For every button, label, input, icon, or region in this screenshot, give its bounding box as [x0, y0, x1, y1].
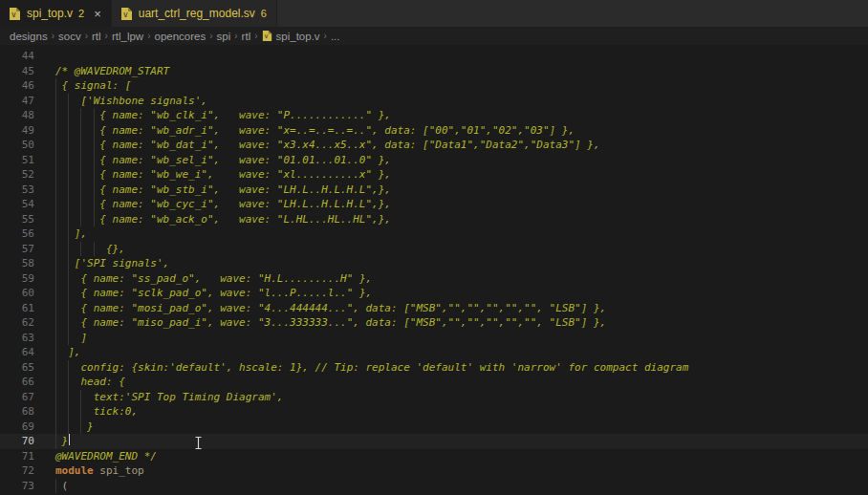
code-line[interactable]: 66head: { [0, 375, 868, 390]
code-token: { name: "wb_adr_i", wave: "x=..=..=..=..… [99, 123, 575, 139]
code-line[interactable]: 71@WAVEDROM_END */ [0, 449, 868, 464]
line-number[interactable]: 66 [0, 375, 34, 390]
code-line[interactable]: 51{ name: "wb_sel_i", wave: "01.01...01.… [0, 153, 868, 168]
code-text: { name: "mosi_pad_o", wave: "4...444444.… [34, 301, 606, 316]
indent-guides [55, 138, 99, 153]
code-line[interactable]: 70} [0, 434, 868, 449]
line-number[interactable]: 65 [0, 360, 34, 376]
tab-problem-badge: 6 [261, 8, 267, 19]
line-number[interactable]: 51 [0, 153, 34, 168]
code-token: { name: "wb_stb_i", wave: "LH.L..H.L.H.L… [99, 183, 391, 198]
code-token: { name: "ss_pad_o", wave: "H.L.........H… [80, 271, 372, 287]
code-line[interactable]: 56], [0, 226, 868, 242]
code-token: config: {skin:'default', hscale: 1}, // … [80, 360, 688, 376]
line-number[interactable]: 62 [0, 315, 34, 331]
svg-text:v: v [11, 11, 16, 19]
breadcrumb-item[interactable]: rtl [92, 31, 101, 42]
line-number[interactable]: 61 [0, 301, 34, 316]
breadcrumb-item[interactable]: rtl [242, 31, 251, 42]
line-number[interactable]: 70 [0, 434, 34, 449]
breadcrumb-more[interactable]: ... [331, 31, 340, 42]
code-line[interactable]: 48{ name: "wb_clk_i", wave: "P..........… [0, 108, 868, 123]
line-number[interactable]: 68 [0, 404, 34, 420]
code-text: ['Wishbone signals', [34, 94, 207, 109]
code-text: config: {skin:'default', hscale: 1}, // … [34, 360, 688, 376]
line-number[interactable]: 52 [0, 167, 34, 183]
code-text: head: { [34, 375, 125, 390]
indent-guides [55, 78, 62, 94]
code-line[interactable]: 64], [0, 345, 868, 360]
code-line[interactable]: 63] [0, 331, 868, 346]
code-line[interactable]: 60{ name: "sclk_pad_o", wave: "l...P....… [0, 286, 868, 301]
code-line[interactable]: 49{ name: "wb_adr_i", wave: "x=..=..=..=… [0, 123, 868, 139]
breadcrumb-item[interactable]: opencores [155, 31, 206, 42]
tab-spi-top[interactable]: v spi_top.v 2 × [0, 0, 112, 27]
line-number[interactable]: 46 [0, 78, 34, 94]
line-number[interactable]: 47 [0, 94, 34, 109]
code-line[interactable]: 53{ name: "wb_stb_i", wave: "LH.L..H.L.H… [0, 183, 868, 198]
line-number[interactable]: 49 [0, 123, 34, 139]
line-number[interactable]: 45 [0, 64, 34, 79]
editor-area[interactable]: 4445/* @WAVEDROM_START46{ signal: [47['W… [0, 45, 868, 495]
code-line[interactable]: 72module spi_top [0, 463, 868, 479]
line-number[interactable]: 67 [0, 390, 34, 405]
breadcrumb-item[interactable]: designs [10, 31, 48, 42]
code-text: { name: "wb_adr_i", wave: "x=..=..=..=..… [34, 123, 575, 139]
line-number[interactable]: 56 [0, 226, 34, 242]
indent-guides [55, 226, 75, 242]
indent-guides [55, 404, 94, 420]
indent-guides [55, 108, 99, 123]
line-number[interactable]: 71 [0, 449, 34, 464]
code-line[interactable]: 57{}, [0, 242, 868, 257]
code-line[interactable]: 59{ name: "ss_pad_o", wave: "H.L........… [0, 271, 868, 287]
tab-uart-ctrl-reg-model[interactable]: v uart_ctrl_reg_model.sv 6 [112, 0, 277, 27]
code-line[interactable]: 50{ name: "wb_dat_i", wave: "x3.x4...x5.… [0, 138, 868, 153]
line-number[interactable]: 53 [0, 183, 34, 198]
code-text [34, 49, 55, 64]
tab-label: spi_top.v [27, 7, 73, 20]
breadcrumb-item[interactable]: socv [58, 31, 81, 42]
code-token: { name: "wb_ack_o", wave: "L.HL...HL..HL… [99, 212, 391, 227]
close-icon[interactable]: × [94, 8, 101, 20]
code-line[interactable]: 52{ name: "wb_we_i", wave: "xl..........… [0, 167, 868, 183]
line-number[interactable]: 54 [0, 197, 34, 212]
line-number[interactable]: 48 [0, 108, 34, 123]
code-line[interactable]: 44 [0, 49, 868, 64]
code-text: ], [34, 345, 80, 360]
line-number[interactable]: 55 [0, 212, 34, 227]
code-line[interactable]: 58['SPI signals', [0, 256, 868, 271]
code-line[interactable]: 69} [0, 420, 868, 435]
code-line[interactable]: 62{ name: "miso_pad_i", wave: "3...33333… [0, 315, 868, 331]
breadcrumb-file[interactable]: vspi_top.v [262, 30, 320, 42]
indent-guides [55, 315, 80, 331]
line-number[interactable]: 44 [0, 49, 34, 64]
code-line[interactable]: 61{ name: "mosi_pad_o", wave: "4...44444… [0, 301, 868, 316]
breadcrumb-item[interactable]: rtl_lpw [112, 31, 143, 42]
code-text: tick:0, [34, 404, 138, 420]
line-number[interactable]: 50 [0, 138, 34, 153]
tab-label: uart_ctrl_reg_model.sv [139, 7, 255, 20]
line-number[interactable]: 63 [0, 331, 34, 346]
code-token: ['Wishbone signals', [80, 94, 206, 109]
code-line[interactable]: 68tick:0, [0, 404, 868, 420]
code-line[interactable]: 73( [0, 479, 868, 494]
code-line[interactable]: 67text:'SPI Top Timing Diagram', [0, 390, 868, 405]
line-number[interactable]: 59 [0, 271, 34, 287]
code-line[interactable]: 46{ signal: [ [0, 78, 868, 94]
line-number[interactable]: 69 [0, 420, 34, 435]
line-number[interactable]: 73 [0, 479, 34, 494]
indent-guides [55, 212, 99, 227]
line-number[interactable]: 60 [0, 286, 34, 301]
line-number[interactable]: 72 [0, 463, 34, 479]
code-line[interactable]: 65config: {skin:'default', hscale: 1}, /… [0, 360, 868, 376]
line-number[interactable]: 58 [0, 256, 34, 271]
code-line[interactable]: 55{ name: "wb_ack_o", wave: "L.HL...HL..… [0, 212, 868, 227]
code-line[interactable]: 45/* @WAVEDROM_START [0, 64, 868, 79]
code-line[interactable]: 47['Wishbone signals', [0, 94, 868, 109]
breadcrumb-item[interactable]: spi [217, 31, 231, 42]
line-number[interactable]: 64 [0, 345, 34, 360]
line-number[interactable]: 57 [0, 242, 34, 257]
code-text: } [34, 420, 94, 435]
code-token: { name: "sclk_pad_o", wave: "l...P.....l… [80, 286, 372, 301]
code-line[interactable]: 54{ name: "wb_cyc_i", wave: "LH.L..H.L.H… [0, 197, 868, 212]
